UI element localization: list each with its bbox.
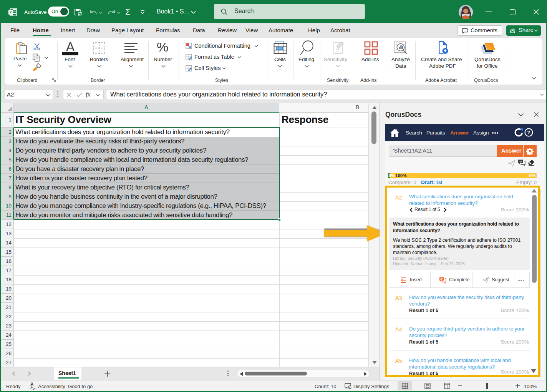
svg-text:?: ? [527,130,530,135]
svg-text:x: x [10,10,12,14]
